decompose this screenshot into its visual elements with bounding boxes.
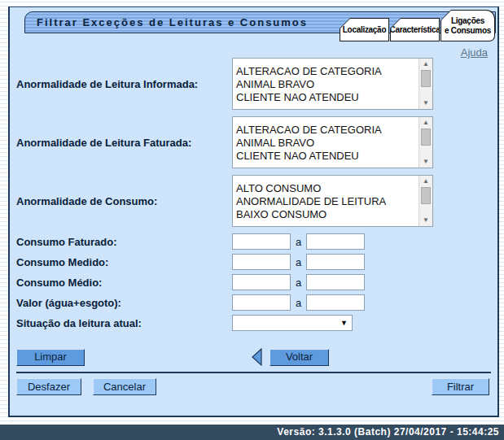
consumo-medido-from-field[interactable]: [232, 254, 291, 270]
field-label: Consumo Médio:: [16, 277, 232, 289]
list-item[interactable]: ANORMALIDADE DE LEITURA: [236, 195, 419, 208]
listbox-options: ALTERACAO DE CATEGORIA ANIMAL BRAVO CLIE…: [233, 117, 419, 168]
consumo-medio-from-field[interactable]: [232, 274, 291, 290]
separator-line: [16, 372, 491, 373]
scrollbar-thumb[interactable]: [421, 187, 431, 204]
scrollbar-down-icon[interactable]: ▼: [419, 157, 432, 167]
field-label: Anormalidade de Leitura Informada:: [16, 78, 232, 90]
tab-caracteristica-label: Característica: [390, 25, 440, 35]
anormalidade-consumo-listbox[interactable]: ALTO CONSUMO ANORMALIDADE DE LEITURA BAI…: [232, 175, 433, 227]
range-separator: a: [296, 236, 301, 248]
tab-localizacao-label: Localização: [343, 25, 386, 35]
scrollbar[interactable]: ▲ ▼: [419, 59, 432, 109]
voltar-button[interactable]: Voltar: [270, 349, 329, 366]
situacao-leitura-atual-dropdown[interactable]: ▼: [232, 315, 353, 331]
field-label: Consumo Medido:: [16, 256, 232, 268]
filtrar-button[interactable]: Filtrar: [432, 378, 489, 395]
field-label: Valor (água+esgoto):: [16, 297, 232, 309]
range-separator: a: [296, 297, 301, 309]
range-separator: a: [296, 256, 301, 268]
anormalidade-leitura-faturada-listbox[interactable]: ALTERACAO DE CATEGORIA ANIMAL BRAVO CLIE…: [232, 116, 433, 168]
list-item[interactable]: ALTERACAO DE CATEGORIA: [236, 124, 419, 137]
field-row-consumo-faturado: Consumo Faturado: a: [10, 233, 497, 250]
listbox-options: ALTO CONSUMO ANORMALIDADE DE LEITURA BAI…: [233, 176, 419, 226]
field-row-anormalidade-consumo: Anormalidade de Consumo: ALTO CONSUMO AN…: [10, 175, 497, 227]
field-row-consumo-medido: Consumo Medido: a: [10, 254, 497, 270]
consumo-faturado-from-field[interactable]: [232, 233, 291, 250]
cancelar-button[interactable]: Cancelar: [93, 378, 156, 395]
field-row-consumo-medio: Consumo Médio: a: [10, 274, 497, 290]
final-actions-row: Desfazer Cancelar Filtrar: [10, 378, 497, 395]
field-label: Anormalidade de Consumo:: [16, 195, 232, 207]
listbox-options: ALTERACAO DE CATEGORIA ANIMAL BRAVO CLIE…: [233, 59, 419, 109]
tab-localizacao[interactable]: Localização: [340, 18, 389, 41]
help-row: Ajuda: [10, 45, 488, 58]
scrollbar[interactable]: ▲ ▼: [419, 117, 432, 168]
back-arrow-icon: [251, 348, 263, 366]
list-item[interactable]: ALTERACAO DE CATEGORIA: [236, 65, 419, 78]
page-title-text: Filtrar Exceções de Leituras e Consumos: [37, 16, 308, 28]
tab-ligacoes-consumos[interactable]: Ligações e Consumos: [440, 10, 495, 41]
scrollbar-up-icon[interactable]: ▲: [419, 176, 432, 186]
field-row-anormalidade-leitura-faturada: Anormalidade de Leitura Faturada: ALTERA…: [10, 116, 497, 168]
list-item[interactable]: ANIMAL BRAVO: [236, 78, 419, 91]
actions-row: Limpar Voltar: [10, 348, 497, 366]
scrollbar-down-icon[interactable]: ▼: [419, 98, 432, 108]
voltar-group: Voltar: [251, 348, 329, 366]
list-item[interactable]: CLIENTE NAO ATENDEU: [236, 91, 419, 104]
tab-bar: Localização Característica Ligações e Co…: [339, 10, 495, 41]
consumo-medio-to-field[interactable]: [306, 274, 365, 290]
scrollbar-down-icon[interactable]: ▼: [419, 216, 432, 225]
tab-ligacoes-label-line2: e Consumos: [445, 26, 491, 36]
field-row-valor-agua-esgoto: Valor (água+esgoto): a: [10, 294, 497, 311]
list-item[interactable]: CLIENTE NAO ATENDEU: [236, 150, 419, 163]
scrollbar-up-icon[interactable]: ▲: [419, 118, 432, 128]
field-row-anormalidade-leitura-informada: Anormalidade de Leitura Informada: ALTER…: [10, 58, 497, 110]
range-separator: a: [296, 277, 301, 289]
version-footer: Versão: 3.1.3.0 (Batch) 27/04/2017 - 15:…: [0, 425, 504, 440]
field-row-situacao-leitura-atual: Situação da leitura atual: ▼: [10, 315, 497, 331]
valor-agua-esgoto-from-field[interactable]: [232, 294, 291, 311]
valor-agua-esgoto-to-field[interactable]: [306, 294, 365, 311]
list-item[interactable]: BAIXO CONSUMO: [236, 208, 419, 221]
field-label: Anormalidade de Leitura Faturada:: [16, 137, 232, 149]
tab-caracteristica[interactable]: Característica: [390, 18, 440, 41]
limpar-button[interactable]: Limpar: [16, 349, 85, 366]
consumo-faturado-to-field[interactable]: [306, 233, 365, 250]
field-label: Situação da leitura atual:: [16, 317, 232, 329]
tab-ligacoes-label-line1: Ligações: [451, 16, 484, 26]
desfazer-button[interactable]: Desfazer: [16, 378, 81, 395]
version-text: Versão: 3.1.3.0 (Batch) 27/04/2017 - 15:…: [277, 426, 499, 438]
filter-panel: Filtrar Exceções de Leituras e Consumos …: [8, 7, 499, 417]
field-label: Consumo Faturado:: [16, 236, 232, 248]
scrollbar-thumb[interactable]: [421, 129, 431, 146]
list-item[interactable]: ANIMAL BRAVO: [236, 137, 419, 150]
scrollbar-up-icon[interactable]: ▲: [419, 59, 432, 69]
anormalidade-leitura-informada-listbox[interactable]: ALTERACAO DE CATEGORIA ANIMAL BRAVO CLIE…: [232, 58, 433, 110]
scrollbar-thumb[interactable]: [421, 70, 431, 87]
list-item[interactable]: ALTO CONSUMO: [236, 182, 419, 195]
help-link[interactable]: Ajuda: [461, 46, 488, 59]
consumo-medido-to-field[interactable]: [306, 254, 365, 270]
dropdown-caret-icon: ▼: [340, 319, 348, 327]
scrollbar[interactable]: ▲ ▼: [419, 176, 432, 226]
